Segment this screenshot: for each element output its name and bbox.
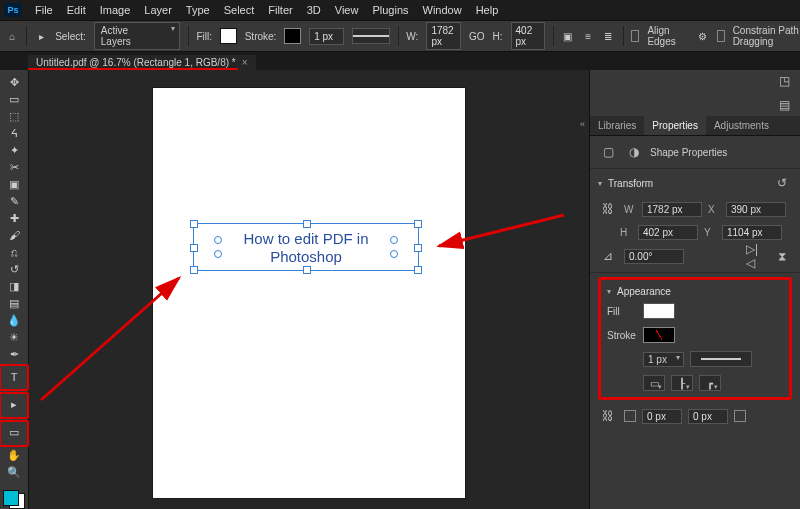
path-arrange-icon[interactable]: ≣ — [602, 26, 614, 46]
stroke-corners-icon[interactable]: ┏ — [699, 375, 721, 391]
tool-preset-icon[interactable]: ▸ — [35, 26, 47, 46]
constrain-label: Constrain Path Dragging — [733, 25, 800, 47]
h-label: H — [620, 227, 632, 238]
selected-rectangle-shape[interactable]: How to edit PDF in Photoshop — [193, 223, 419, 271]
appearance-stroke-style[interactable] — [690, 351, 752, 367]
reset-icon[interactable]: ↺ — [772, 173, 792, 193]
w-label: W — [624, 204, 636, 215]
history-panel-icon[interactable]: ◳ — [774, 71, 794, 91]
align-edges-checkbox[interactable] — [631, 30, 639, 42]
transform-x-field[interactable]: 390 px — [726, 202, 786, 217]
move-tool[interactable]: ✥ — [2, 74, 26, 90]
select-mode-dropdown[interactable]: Active Layers — [94, 22, 180, 50]
eyedropper-tool[interactable]: ✎ — [2, 193, 26, 209]
info-panel-icon[interactable]: ▤ — [774, 95, 794, 115]
transform-height-field[interactable]: 402 px — [638, 225, 698, 240]
resize-handle[interactable] — [414, 220, 422, 228]
transform-width-field[interactable]: 1782 px — [642, 202, 702, 217]
rectangle-tool[interactable]: ▭ — [2, 423, 26, 443]
lasso-tool[interactable]: ᔦ — [2, 125, 26, 141]
corner-radius-link-icon[interactable]: ⛓ — [598, 406, 618, 426]
color-swatches[interactable] — [3, 490, 25, 509]
menu-window[interactable]: Window — [416, 2, 469, 18]
gear-icon[interactable]: ⚙ — [696, 26, 708, 46]
artboard-tool[interactable]: ▭ — [2, 91, 26, 107]
zoom-tool[interactable]: 🔍 — [2, 465, 26, 481]
hand-tool[interactable]: ✋ — [2, 448, 26, 464]
transform-y-field[interactable]: 1104 px — [722, 225, 782, 240]
annotation-tool-highlight: ▭ — [0, 420, 29, 447]
width-field[interactable]: 1782 px — [426, 22, 461, 50]
clone-stamp-tool[interactable]: ⎌ — [2, 244, 26, 260]
appearance-section-header[interactable]: Appearance — [607, 286, 783, 297]
menu-view[interactable]: View — [328, 2, 366, 18]
menu-filter[interactable]: Filter — [261, 2, 299, 18]
menu-help[interactable]: Help — [469, 2, 506, 18]
stroke-swatch[interactable] — [284, 28, 301, 44]
tab-libraries[interactable]: Libraries — [590, 116, 644, 135]
path-align-icon[interactable]: ≡ — [582, 26, 594, 46]
appearance-stroke-swatch[interactable] — [643, 327, 675, 343]
transform-section-header[interactable]: Transform ↺ — [598, 173, 792, 193]
menu-3d[interactable]: 3D — [300, 2, 328, 18]
document-page[interactable]: How to edit PDF in Photoshop — [153, 88, 465, 498]
canvas-area[interactable]: How to edit PDF in Photoshop — [29, 70, 589, 509]
tab-adjustments[interactable]: Adjustments — [706, 116, 777, 135]
resize-handle[interactable] — [303, 266, 311, 274]
menu-layer[interactable]: Layer — [137, 2, 179, 18]
collapse-panel-icon[interactable]: « — [580, 119, 585, 129]
history-brush-tool[interactable]: ↺ — [2, 262, 26, 278]
path-select-tool[interactable]: ▸ — [2, 395, 26, 415]
height-label: H: — [493, 31, 503, 42]
link-wh-panel-icon[interactable]: ⛓ — [598, 199, 618, 219]
resize-handle[interactable] — [414, 266, 422, 274]
appearance-section-highlight: Appearance Fill Stroke 1 px ▭ — [598, 277, 792, 400]
healing-brush-tool[interactable]: ✚ — [2, 210, 26, 226]
path-ops-icon[interactable]: ▣ — [562, 26, 574, 46]
panel-tabs: « Libraries Properties Adjustments — [590, 116, 800, 136]
corner-radius-a[interactable]: 0 px — [642, 409, 682, 424]
constrain-checkbox[interactable] — [717, 30, 725, 42]
stroke-label: Stroke: — [245, 31, 277, 42]
resize-handle[interactable] — [190, 266, 198, 274]
fill-swatch[interactable] — [220, 28, 237, 44]
menu-file[interactable]: File — [28, 2, 60, 18]
menu-plugins[interactable]: Plugins — [365, 2, 415, 18]
crop-tool[interactable]: ✂ — [2, 159, 26, 175]
stroke-align-icon[interactable]: ▭ — [643, 375, 665, 391]
appearance-stroke-size[interactable]: 1 px — [643, 352, 684, 367]
mask-icon: ◑ — [624, 142, 644, 162]
gradient-tool[interactable]: ▤ — [2, 296, 26, 312]
stroke-style-dropdown[interactable] — [352, 28, 390, 44]
frame-tool[interactable]: ▣ — [2, 176, 26, 192]
stroke-size-field[interactable]: 1 px — [309, 28, 344, 45]
annotation-tool-highlight: T — [0, 364, 29, 391]
close-icon[interactable]: × — [242, 57, 248, 68]
type-tool[interactable]: T — [2, 367, 26, 387]
height-field[interactable]: 402 px — [511, 22, 546, 50]
appearance-fill-label: Fill — [607, 306, 637, 317]
dodge-tool[interactable]: ☀ — [2, 330, 26, 346]
appearance-fill-swatch[interactable] — [643, 303, 675, 319]
menu-type[interactable]: Type — [179, 2, 217, 18]
menu-edit[interactable]: Edit — [60, 2, 93, 18]
resize-handle[interactable] — [303, 220, 311, 228]
object-select-tool[interactable]: ✦ — [2, 142, 26, 158]
resize-handle[interactable] — [190, 220, 198, 228]
marquee-tool[interactable]: ⬚ — [2, 108, 26, 124]
flip-h-icon[interactable]: ▷|◁ — [746, 246, 766, 266]
tab-properties[interactable]: Properties — [644, 116, 706, 135]
link-wh-icon[interactable]: GO — [469, 31, 485, 42]
home-icon[interactable]: ⌂ — [6, 26, 18, 46]
blur-tool[interactable]: 💧 — [2, 313, 26, 329]
stroke-caps-icon[interactable]: ┠ — [671, 375, 693, 391]
corner-tr-icon — [734, 410, 746, 422]
menu-select[interactable]: Select — [217, 2, 262, 18]
menu-image[interactable]: Image — [93, 2, 138, 18]
transform-angle-field[interactable]: 0.00° — [624, 249, 684, 264]
eraser-tool[interactable]: ◨ — [2, 279, 26, 295]
corner-radius-b[interactable]: 0 px — [688, 409, 728, 424]
pen-tool[interactable]: ✒ — [2, 347, 26, 363]
flip-v-icon[interactable]: ⧗ — [772, 246, 792, 266]
brush-tool[interactable]: 🖌 — [2, 227, 26, 243]
